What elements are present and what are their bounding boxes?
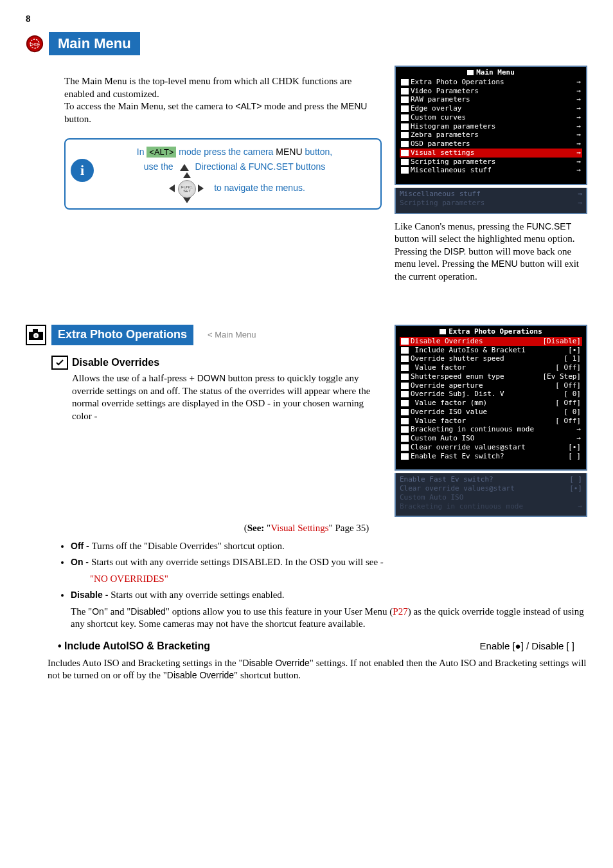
disable-overrides-heading: Disable Overrides (51, 356, 382, 370)
main-menu-intro: The Main Menu is the top-level menu from… (64, 75, 382, 125)
info-line1-end: button, (303, 147, 333, 157)
up-arrow-icon (180, 164, 189, 171)
screenshot-menu-item: Video Parameters→ (400, 87, 582, 96)
ss-footer2: Scripting parameters (400, 199, 484, 207)
svg-rect-4 (33, 329, 38, 332)
f-mid1: " and " (104, 606, 130, 617)
see-end: " Page 35) (329, 523, 369, 533)
screenshot-extra-item: Clear override values@start[•] (400, 443, 582, 452)
on-word: On (92, 606, 104, 617)
disable-override-label1: Disable Override (243, 658, 310, 668)
screenshot-menu-item: Visual settings→ (400, 149, 582, 158)
include-autoiso-status: Enable [●] / Disable [ ] (480, 640, 574, 653)
screenshot-title: Main Menu (476, 68, 515, 77)
off-text: Turns off the "Disable Overrides" shortc… (92, 541, 285, 551)
info-menu-word: MENU (276, 147, 302, 157)
right-description: Like Canon's menus, pressing the FUNC.SE… (395, 221, 587, 284)
screenshot-extra-item: Disable Overrides[Disable] (400, 337, 582, 346)
inc-end: " shortcut button. (234, 670, 301, 680)
info-line2-pre: use the (144, 161, 176, 172)
screenshot-extra-item: Value factor[ Off] (400, 417, 582, 426)
menu-label2: MENU (491, 258, 517, 269)
info-line2-end: Directional & FUNC.SET buttons (195, 161, 325, 172)
inc-pre: Includes Auto ISO and Bracketing setting… (48, 658, 243, 668)
func-set-button-icon: FUNC.SET (178, 180, 196, 198)
screenshot-extra-footer-item: Custom Auto ISO (400, 493, 582, 502)
screenshot-menu-item: OSD parameters→ (400, 140, 582, 149)
screenshot-menu-item: Extra Photo Operations→ (400, 78, 582, 87)
breadcrumb[interactable]: < Main Menu (208, 330, 256, 341)
disabled-word: Disabled (130, 606, 165, 617)
screenshot-extra-item: Value factor (mm)[ Off] (400, 399, 582, 408)
screenshot-extra-item: Shutterspeed enum type[Ev Step] (400, 372, 582, 381)
disp-label: DISP. (444, 246, 466, 257)
screenshot-extra-item: Enable Fast Ev switch?[ ] (400, 452, 582, 461)
screenshot-extra-item: Include AutoIso & Bracketi[•] (400, 346, 582, 355)
info-icon: i (71, 159, 94, 182)
visual-settings-link[interactable]: Visual Settings (271, 523, 328, 533)
alt-badge: <ALT> (147, 147, 176, 158)
disable-overrides-label: Disable Overrides (72, 356, 159, 370)
screenshot-extra-item: Override aperture[ Off] (400, 381, 582, 390)
camera-plus-icon: + (26, 325, 46, 345)
off-label: Off - (71, 541, 92, 551)
option-footer: The "On" and "Disabled" options allow yo… (71, 606, 587, 631)
do-pre: Allows the use of a half-press + (72, 373, 197, 383)
svg-text:CHDK: CHDK (30, 42, 40, 46)
p27-link[interactable]: P27 (393, 606, 407, 617)
include-autoiso-row: • Include AutoISO & Bracketing Enable [●… (58, 640, 574, 653)
down-label: DOWN (197, 373, 226, 383)
screenshot-extra-footer-item: Bracketing in continuous mode→ (400, 502, 582, 511)
info-line1: In <ALT> mode press the camera MENU butt… (98, 146, 371, 158)
ss-footer1: Miscellaneous stuff (400, 190, 481, 198)
f-mid2: " options allow you to use this feature … (166, 606, 393, 617)
info-line2: use the Directional & FUNC.SET buttons (98, 161, 371, 172)
extra-ops-screenshot-footer: Enable Fast Ev switch?[ ]Clear override … (395, 473, 587, 517)
menu-button-label: MENU (341, 101, 367, 111)
info-line3-row: FUNC.SET to navigate the menus. (98, 174, 371, 202)
screenshot-menu-item: Zebra parameters→ (400, 131, 582, 140)
screenshot-menu-item: RAW parameters→ (400, 95, 582, 104)
options-list: Off - Turns off the "Disable Overrides" … (26, 540, 587, 631)
info-tip-box: i In <ALT> mode press the camera MENU bu… (64, 138, 382, 210)
screenshot-extra-item: Value factor[ Off] (400, 363, 582, 372)
main-menu-para2-end: button. (64, 114, 91, 124)
checkbox-icon (51, 356, 68, 370)
see-reference: (See: "Visual Settings" Page 35) (26, 522, 587, 535)
screenshot-menu-item: Scripting parameters→ (400, 158, 582, 167)
option-off: Off - Turns off the "Disable Overrides" … (71, 540, 587, 553)
page-number: 8 (26, 13, 587, 26)
chdk-logo-icon: CHDK (26, 35, 44, 53)
alt-mode-label: <ALT> (235, 101, 262, 111)
main-menu-para1: The Main Menu is the top-level menu from… (64, 76, 351, 99)
screenshot-extra-item: Override Subj. Dist. V[ 0] (400, 390, 582, 399)
screenshot-menu-item: Edge overlay→ (400, 104, 582, 113)
option-on: On - Starts out with any override settin… (71, 556, 587, 585)
disable-label: Disable - (71, 590, 111, 600)
screenshot-extra-footer-item: Clear override values@start[•] (400, 484, 582, 493)
screenshot-extra-footer-item: Enable Fast Ev switch?[ ] (400, 475, 582, 484)
main-menu-heading-row: CHDK Main Menu (26, 32, 587, 56)
extra-heading-row: + Extra Photo Operations < Main Menu (26, 325, 382, 345)
extra-ops-screenshot: Extra Photo Operations Disable Overrides… (395, 325, 587, 471)
extra-photo-ops-title: Extra Photo Operations (51, 325, 193, 345)
main-menu-para2-post: mode and press the (262, 101, 341, 111)
f-pre: The " (71, 606, 92, 617)
option-disable: Disable - Starts out with any override s… (71, 589, 587, 631)
on-label: On - (71, 557, 91, 567)
screenshot-extra-item: Override ISO value[ 0] (400, 408, 582, 417)
main-menu-title: Main Menu (49, 32, 140, 56)
include-autoiso-para: Includes Auto ISO and Bracketing setting… (48, 657, 587, 682)
ss-extra-title: Extra Photo Operations (449, 327, 542, 336)
disable-text: Starts out with any override settings en… (111, 590, 284, 600)
disable-overrides-para: Allows the use of a half-press + DOWN bu… (72, 372, 382, 422)
info-line1-mid: mode press the camera (176, 147, 276, 157)
screenshot-menu-item: Custom curves→ (400, 113, 582, 122)
main-menu-screenshot: Main Menu Extra Photo Operations→Video P… (395, 66, 587, 185)
info-line3-text: to navigate the menus. (214, 182, 305, 194)
svg-text:+: + (35, 333, 38, 339)
directional-pad-icon: FUNC.SET (164, 174, 209, 202)
screenshot-menu-item: Miscellaneous stuff→ (400, 166, 582, 175)
screenshot-extra-item: Bracketing in continuous mode→ (400, 425, 582, 434)
screenshot-extra-item: Override shutter speed[ 1] (400, 354, 582, 363)
